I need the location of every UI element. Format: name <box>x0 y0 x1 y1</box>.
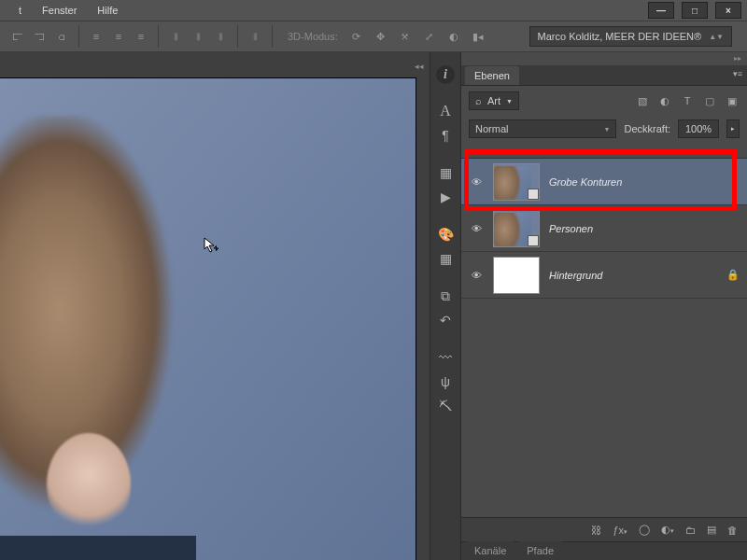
brush-settings-icon[interactable]: ψ <box>433 371 458 392</box>
maximize-button[interactable]: □ <box>682 2 708 19</box>
filter-shape-icon[interactable]: ▢ <box>702 93 717 108</box>
fx-icon[interactable]: ƒx▾ <box>613 525 627 536</box>
new-layer-icon[interactable]: ▤ <box>707 524 716 536</box>
layer-name[interactable]: Grobe Konturen <box>549 176 622 188</box>
window-controls: — □ × <box>648 2 741 19</box>
distribute-icon[interactable]: ⦀ <box>189 25 207 48</box>
chevron-down-icon: ▼ <box>604 126 611 133</box>
layer-row[interactable]: 👁 Grobe Konturen <box>461 159 747 205</box>
chevron-down-icon: ▼ <box>506 98 513 105</box>
layer-thumbnail[interactable] <box>493 163 540 201</box>
camera-icon[interactable]: ▮◂ <box>469 25 487 48</box>
distribute-icon[interactable]: ⦀ <box>166 25 185 48</box>
filter-smart-icon[interactable]: ▣ <box>725 93 740 108</box>
blend-mode-row: Normal ▼ Deckkraft: 100% ▸ <box>461 116 747 142</box>
clone-icon[interactable]: ⧉ <box>433 286 458 306</box>
distribute-icon[interactable]: ≡ <box>87 25 106 48</box>
pan-icon[interactable]: ✥ <box>372 25 390 48</box>
filter-type-label: Art <box>487 95 500 106</box>
color-icon[interactable]: 🎨 <box>433 224 458 245</box>
minimize-button[interactable]: — <box>648 2 674 19</box>
menu-item[interactable]: t <box>19 5 21 16</box>
opacity-input[interactable]: 100% <box>678 119 719 138</box>
menubar: t Fenster Hilfe <box>0 0 747 21</box>
group-icon[interactable]: 🗀 <box>685 525 696 536</box>
layer-name[interactable]: Hintergrund <box>549 270 602 281</box>
panels-area: ▸▸ Ebenen ▾≡ ⌕ Art ▼ ▧ ◐ T ▢ ▣ <box>461 52 747 560</box>
opacity-flyout-icon[interactable]: ▸ <box>726 119 740 138</box>
tab-layers[interactable]: Ebenen <box>465 66 519 85</box>
align-icon[interactable]: ⫎ <box>30 25 49 48</box>
image-content <box>47 433 131 536</box>
mode3d-icons: ⟳ ✥ ⤧ ⤢ ◐ ▮◂ <box>347 25 487 48</box>
scale-icon[interactable]: ⤢ <box>420 25 439 48</box>
layer-row[interactable]: 👁 Hintergrund 🔒 <box>461 252 747 299</box>
right-column: i A ¶ ▦ ▶ 🎨 ▦ ⧉ ↶ 〰 ψ ⛏ ▸▸ Ebenen ▾≡ <box>430 52 747 560</box>
character-icon[interactable]: A <box>433 101 458 121</box>
document-canvas[interactable] <box>0 78 416 560</box>
separator <box>237 25 238 48</box>
layers-button-bar: ⛓ ƒx▾ ◯ ◐▾ 🗀 ▤ 🗑 <box>461 517 747 541</box>
move-cursor-icon <box>204 237 220 254</box>
align-icon[interactable]: ⫏ <box>52 25 71 48</box>
visibility-toggle-icon[interactable]: 👁 <box>469 268 484 283</box>
layer-thumbnail[interactable] <box>493 257 540 294</box>
tool-presets-icon[interactable]: ⛏ <box>433 396 458 416</box>
bottom-panel-tabs: Kanäle Pfade <box>461 541 747 560</box>
lock-icon: 🔒 <box>726 269 740 281</box>
panel-icon-strip: i A ¶ ▦ ▶ 🎨 ▦ ⧉ ↶ 〰 ψ ⛏ <box>430 52 461 560</box>
move-icon[interactable]: ⤧ <box>396 25 415 48</box>
collapse-icon[interactable]: ▸▸ <box>734 54 741 63</box>
blend-mode-dropdown[interactable]: Normal ▼ <box>469 119 616 138</box>
smart-object-icon <box>528 235 539 246</box>
styles-icon[interactable]: ▦ <box>433 248 458 269</box>
blend-mode-value: Normal <box>475 123 508 134</box>
tab-channels[interactable]: Kanäle <box>465 541 515 560</box>
actions-icon[interactable]: ▶ <box>433 187 458 207</box>
history-icon[interactable]: ↶ <box>433 310 458 330</box>
filter-type-icon[interactable]: T <box>680 93 695 108</box>
mode3d-label: 3D-Modus: <box>288 31 338 42</box>
paragraph-icon[interactable]: ¶ <box>433 125 458 146</box>
close-button[interactable]: × <box>715 2 741 19</box>
workspace-dropdown[interactable]: Marco Kolditz, MEER DER IDEEN® ▲▼ <box>529 26 732 47</box>
visibility-toggle-icon[interactable]: 👁 <box>469 175 484 189</box>
layer-filter-type-dropdown[interactable]: ⌕ Art ▼ <box>469 91 519 110</box>
options-bar: ⫍ ⫎ ⫏ ≡ ≡ ≡ ⦀ ⦀ ⦀ ⦀ 3D-Modus: ⟳ ✥ ⤧ ⤢ ◐ … <box>0 21 747 52</box>
filter-adjust-icon[interactable]: ◐ <box>657 93 672 108</box>
layer-list: 👁 Grobe Konturen 👁 Personen 👁 Hintergrun… <box>461 159 747 517</box>
canvas-zone: ◂◂ <box>0 52 430 560</box>
collapse-icon[interactable]: ◂◂ <box>415 62 424 71</box>
align-icon[interactable]: ⫍ <box>7 25 26 48</box>
distribute-icon[interactable]: ≡ <box>132 25 150 48</box>
visibility-toggle-icon[interactable]: 👁 <box>469 221 484 236</box>
layer-thumbnail[interactable] <box>493 210 540 247</box>
brush-icon[interactable]: 〰 <box>433 347 458 368</box>
trash-icon[interactable]: 🗑 <box>727 525 738 536</box>
swatches-icon[interactable]: ▦ <box>433 162 458 183</box>
distribute-icon[interactable]: ≡ <box>109 25 128 48</box>
orbit-icon[interactable]: ⟳ <box>347 25 366 48</box>
separator <box>78 25 79 48</box>
info-icon[interactable]: i <box>436 65 455 84</box>
layer-name[interactable]: Personen <box>549 223 593 234</box>
distribute-icon[interactable]: ⦀ <box>211 25 230 48</box>
lock-row <box>461 142 747 159</box>
separator <box>272 25 273 48</box>
menu-item-help[interactable]: Hilfe <box>97 5 118 16</box>
adjustment-icon[interactable]: ◐▾ <box>661 524 674 536</box>
chevron-updown-icon: ▲▼ <box>709 33 724 41</box>
menu-item-window[interactable]: Fenster <box>42 5 77 16</box>
layer-row[interactable]: 👁 Personen <box>461 205 747 252</box>
panel-menu-icon[interactable]: ▾≡ <box>730 67 745 80</box>
smart-object-icon <box>528 189 539 200</box>
distribute-icon[interactable]: ⦀ <box>246 25 264 48</box>
light-icon[interactable]: ◐ <box>444 25 463 48</box>
separator <box>158 25 159 48</box>
link-layers-icon[interactable]: ⛓ <box>591 525 601 536</box>
layers-filter-row: ⌕ Art ▼ ▧ ◐ T ▢ ▣ <box>461 86 747 116</box>
workspace-label: Marco Kolditz, MEER DER IDEEN® <box>538 31 702 42</box>
tab-paths[interactable]: Pfade <box>517 541 563 560</box>
filter-pixel-icon[interactable]: ▧ <box>635 93 650 108</box>
mask-icon[interactable]: ◯ <box>639 524 650 536</box>
